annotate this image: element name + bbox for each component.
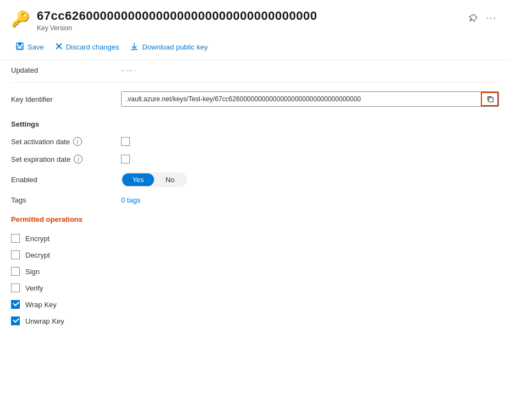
divider-1 <box>11 82 499 83</box>
key-identifier-label: Key Identifier <box>11 95 121 103</box>
scrolled-label: Updated <box>11 66 121 74</box>
operation-checkbox[interactable] <box>11 267 20 276</box>
key-identifier-row: Key Identifier <box>11 85 499 113</box>
operation-label: Decrypt <box>25 251 50 259</box>
download-icon <box>130 42 139 52</box>
svg-rect-2 <box>18 46 22 49</box>
tags-row: Tags 0 tags <box>11 192 499 209</box>
header-actions: ··· <box>467 9 499 25</box>
save-button[interactable]: Save <box>11 39 48 56</box>
scrolled-field-row: Updated ·· ··· · <box>11 61 499 80</box>
expiration-row: Set expiration date i <box>11 150 499 168</box>
discard-button[interactable]: Discard changes <box>51 39 124 55</box>
operation-label: Sign <box>25 268 40 276</box>
operation-checkbox[interactable] <box>11 234 20 243</box>
more-options-button[interactable]: ··· <box>484 11 499 25</box>
activation-row: Set activation date i <box>11 133 499 150</box>
copy-button[interactable] <box>481 92 498 106</box>
save-label: Save <box>28 43 44 51</box>
operation-checkbox[interactable] <box>11 250 20 259</box>
key-icon: 🔑 <box>11 10 30 28</box>
permitted-ops-title: Permitted operations <box>11 209 499 228</box>
header-text: 67cc626000000000000000000000000000000000… <box>37 9 460 32</box>
operation-label: Verify <box>25 284 43 292</box>
operation-row: Encrypt <box>11 230 499 247</box>
operation-label: Wrap Key <box>25 301 57 309</box>
operation-label: Unwrap Key <box>25 317 64 325</box>
tags-label: Tags <box>11 196 121 204</box>
save-icon <box>15 42 24 52</box>
expiration-checkbox[interactable] <box>121 155 130 163</box>
operation-checkbox[interactable] <box>11 317 20 325</box>
expiration-label: Set expiration date i <box>11 155 121 163</box>
page-title: 67cc626000000000000000000000000000000000 <box>37 9 460 23</box>
discard-icon <box>55 42 63 52</box>
discard-label: Discard changes <box>66 43 119 51</box>
svg-rect-7 <box>489 97 493 102</box>
expiration-info-icon[interactable]: i <box>74 155 83 163</box>
activation-label: Set activation date i <box>11 137 121 146</box>
operation-label: Encrypt <box>25 234 50 243</box>
key-identifier-field <box>121 91 499 107</box>
key-identifier-input[interactable] <box>122 92 481 106</box>
operation-row: Unwrap Key <box>11 313 499 329</box>
toggle-no[interactable]: No <box>154 173 186 186</box>
operation-row: Wrap Key <box>11 296 499 313</box>
download-button[interactable]: Download public key <box>125 39 212 56</box>
enabled-row: Enabled Yes No <box>11 168 499 192</box>
content-area: Updated ·· ··· · Key Identifier Settings… <box>0 61 510 331</box>
download-label: Download public key <box>142 43 207 51</box>
page-header: 🔑 67cc6260000000000000000000000000000000… <box>0 0 510 36</box>
operation-row: Verify <box>11 280 499 296</box>
toggle-yes[interactable]: Yes <box>122 173 154 186</box>
activation-checkbox[interactable] <box>121 137 130 146</box>
tags-link[interactable]: 0 tags <box>121 196 140 204</box>
activation-info-icon[interactable]: i <box>73 137 82 146</box>
scrolled-value: ·· ··· · <box>121 67 499 74</box>
operation-row: Decrypt <box>11 247 499 263</box>
pin-button[interactable] <box>467 12 480 25</box>
operation-row: Sign <box>11 263 499 280</box>
svg-rect-1 <box>18 43 21 45</box>
toolbar: Save Discard changes Download public key <box>0 36 510 61</box>
enabled-toggle[interactable]: Yes No <box>121 172 187 187</box>
permitted-operations-list: EncryptDecryptSignVerifyWrap KeyUnwrap K… <box>11 228 499 331</box>
settings-section-title: Settings <box>11 113 499 133</box>
operation-checkbox[interactable] <box>11 300 20 309</box>
enabled-label: Enabled <box>11 176 121 184</box>
operation-checkbox[interactable] <box>11 283 20 292</box>
page-subtitle: Key Version <box>37 24 460 32</box>
